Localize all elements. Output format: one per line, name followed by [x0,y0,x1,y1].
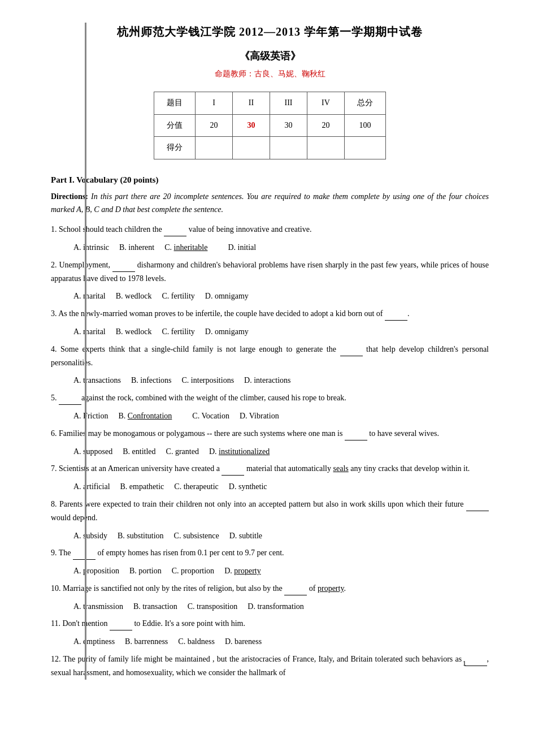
question-5: 5. against the rock, combined with the w… [51,391,489,405]
choices-1: A. intrinsicB. inherentC. inheritableD. … [73,241,489,254]
question-6: 6. Families may be monogamous or polygam… [51,426,489,440]
table-header-2: II [233,92,270,114]
question-1: 1. School should teach children the valu… [51,222,489,236]
question-4: 4. Some experts think that a single-chil… [51,342,489,370]
table-header-1: I [196,92,233,114]
choices-9: A. propositionB. portionC. proportionD. … [73,564,489,578]
table-score-3: 30 [270,114,307,136]
question-2: 2. Unemployment, disharmony and children… [51,258,489,286]
choices-10: A. transmissionB. transactionC. transpos… [73,600,489,614]
choices-3: A. maritalB. wedlockC. fertilityD. omnig… [73,325,489,339]
table-grade-label: 得分 [154,137,196,159]
subtitle: 《高级英语》 [51,46,489,64]
question-11: 11. Don't mention to Eddie. It's a sore … [51,616,489,630]
table-header-total: 总分 [345,92,386,114]
table-score-4: 20 [307,114,345,136]
table-grade-2 [233,137,270,159]
choices-7: A. artificialB. empatheticC. therapeutic… [73,480,489,494]
choices-4: A. transactionsB. infectionsC. interposi… [73,374,489,387]
score-table: 题目 I II III IV 总分 分值 20 30 30 20 100 得分 [154,92,386,159]
table-grade-1 [196,137,233,159]
part1-title: Part I. Vocabulary (20 points) [51,173,489,187]
author-line: 命题教师：古良、马妮、鞠秋红 [51,68,489,80]
question-3: 3. As the newly-married woman proves to … [51,306,489,321]
table-header-4: IV [307,92,345,114]
choices-11: A. emptinessB. barrennessC. baldnessD. b… [73,635,489,649]
choices-8: A. subsidyB. substitutionC. subsistenceD… [73,529,489,543]
table-grade-4 [307,137,345,159]
table-header-3: III [270,92,307,114]
choices-5: A. FrictionB. ConfrontationC. VocationD.… [73,409,489,423]
table-score-2: 30 [233,114,270,136]
question-8: 8. Parents were expected to train their … [51,497,489,525]
question-10: 10. Marriage is sanctified not only by t… [51,581,489,595]
table-score-label: 分值 [154,114,196,136]
directions: Directions: In this part there are 20 in… [51,190,489,217]
question-12: 12. The purity of family life might be m… [51,652,489,680]
question-9: 9. The of empty homes has risen from 0.1… [51,546,489,560]
question-7: 7. Scientists at an American university … [51,461,489,476]
table-score-1: 20 [196,114,233,136]
table-score-total: 100 [345,114,386,136]
choices-2: A. maritalB. wedlockC. fertilityD. omnig… [73,290,489,303]
page-title: 杭州师范大学钱江学院 2012—2013 学年第一学期期中试卷 [51,23,489,41]
table-grade-total [345,137,386,159]
table-header-title: 题目 [154,92,196,114]
table-grade-3 [270,137,307,159]
choices-6: A. supposedB. entitledC. grantedD. insti… [73,445,489,459]
page-number: 1 [463,658,467,669]
